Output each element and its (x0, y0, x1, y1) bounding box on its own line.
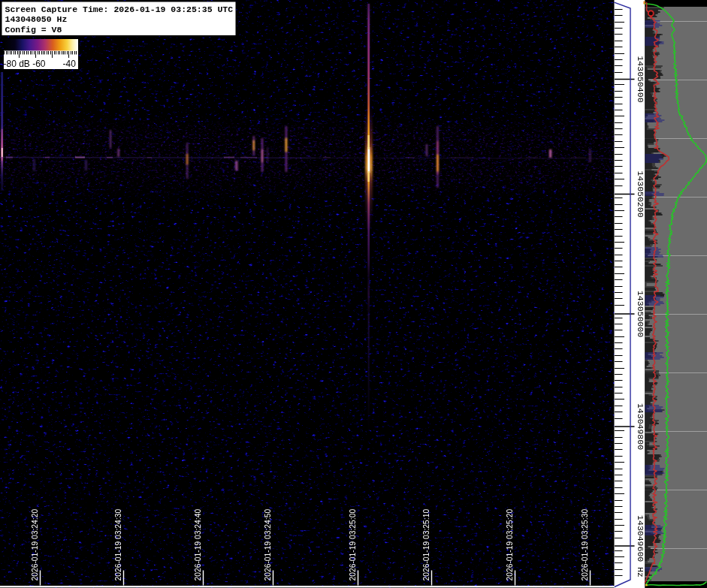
svg-text:2026-01-19 03:24:40: 2026-01-19 03:24:40 (194, 509, 202, 581)
svg-text:2026-01-19 03:25:30: 2026-01-19 03:25:30 (581, 509, 589, 581)
svg-text:143049800: 143049800 (636, 403, 645, 450)
svg-text:143049600 Hz: 143049600 Hz (636, 515, 645, 577)
svg-text:2026-01-19 03:24:30: 2026-01-19 03:24:30 (114, 509, 122, 581)
svg-text:143050000: 143050000 (636, 291, 645, 337)
svg-text:143050400: 143050400 (636, 56, 645, 102)
svg-text:2026-01-19 03:25:10: 2026-01-19 03:25:10 (422, 509, 431, 581)
svg-text:2026-01-19 03:24:20: 2026-01-19 03:24:20 (31, 509, 39, 581)
svg-text:-80 dB -60: -80 dB -60 (4, 59, 46, 69)
svg-text:2026-01-19 03:25:00: 2026-01-19 03:25:00 (349, 509, 357, 581)
svg-text:143050200: 143050200 (636, 170, 645, 217)
svg-text:143048050 Hz: 143048050 Hz (5, 14, 68, 24)
svg-text:2026-01-19 03:24:50: 2026-01-19 03:24:50 (264, 509, 272, 581)
svg-text:-40: -40 (63, 59, 77, 69)
svg-text:2026-01-19 03:25:20: 2026-01-19 03:25:20 (506, 509, 514, 581)
svg-text:Screen Capture Time: 2026-01-1: Screen Capture Time: 2026-01-19 03:25:35… (5, 5, 234, 14)
svg-text:Config = V8: Config = V8 (5, 25, 62, 35)
